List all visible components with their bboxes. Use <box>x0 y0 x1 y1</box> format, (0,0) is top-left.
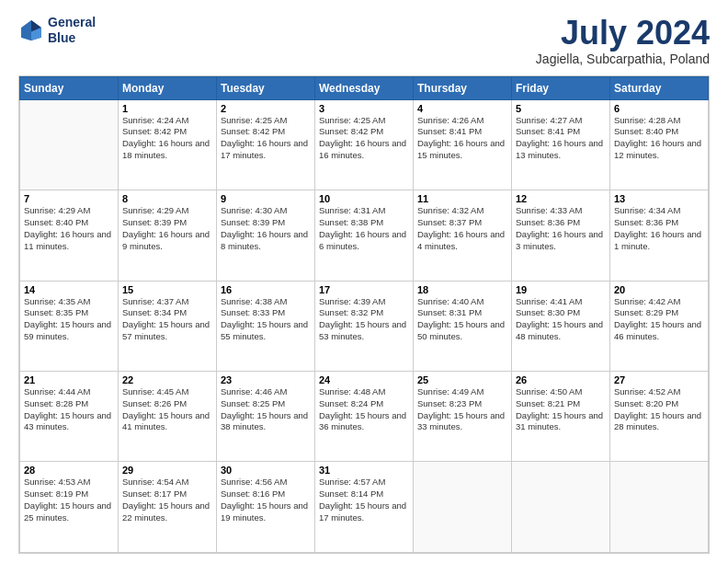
week-row-4: 21Sunrise: 4:44 AM Sunset: 8:28 PM Dayli… <box>20 372 709 462</box>
day-detail-8: Sunrise: 4:29 AM Sunset: 8:39 PM Dayligh… <box>122 205 212 252</box>
week-row-2: 7Sunrise: 4:29 AM Sunset: 8:40 PM Daylig… <box>20 190 709 281</box>
cell-w0-d6: 6Sunrise: 4:28 AM Sunset: 8:40 PM Daylig… <box>610 99 709 190</box>
day-detail-13: Sunrise: 4:34 AM Sunset: 8:36 PM Dayligh… <box>614 205 704 252</box>
day-number-4: 4 <box>417 103 507 114</box>
header: General Blue July 2024 Jagiella, Subcarp… <box>18 15 710 66</box>
day-number-7: 7 <box>24 193 114 204</box>
cell-w4-d2: 30Sunrise: 4:56 AM Sunset: 8:16 PM Dayli… <box>217 462 315 553</box>
cell-w1-d3: 10Sunrise: 4:31 AM Sunset: 8:38 PM Dayli… <box>315 190 414 281</box>
calendar: SundayMondayTuesdayWednesdayThursdayFrid… <box>18 75 710 554</box>
day-number-28: 28 <box>24 465 114 476</box>
page: General Blue July 2024 Jagiella, Subcarp… <box>0 0 728 563</box>
main-title: July 2024 <box>536 15 710 52</box>
day-number-9: 9 <box>221 193 311 204</box>
day-detail-9: Sunrise: 4:30 AM Sunset: 8:39 PM Dayligh… <box>221 205 311 252</box>
day-number-27: 27 <box>614 374 704 385</box>
day-detail-29: Sunrise: 4:54 AM Sunset: 8:17 PM Dayligh… <box>122 477 212 523</box>
day-number-1: 1 <box>122 103 212 114</box>
day-detail-27: Sunrise: 4:52 AM Sunset: 8:20 PM Dayligh… <box>614 386 704 433</box>
cell-w1-d5: 12Sunrise: 4:33 AM Sunset: 8:36 PM Dayli… <box>512 190 610 281</box>
day-number-23: 23 <box>221 374 311 385</box>
day-number-10: 10 <box>319 193 409 204</box>
cell-w2-d4: 18Sunrise: 4:40 AM Sunset: 8:31 PM Dayli… <box>414 281 512 371</box>
week-row-5: 28Sunrise: 4:53 AM Sunset: 8:19 PM Dayli… <box>20 462 709 553</box>
day-number-2: 2 <box>221 103 311 114</box>
day-number-22: 22 <box>122 374 212 385</box>
calendar-table: SundayMondayTuesdayWednesdayThursdayFrid… <box>19 76 709 553</box>
cell-w2-d2: 16Sunrise: 4:38 AM Sunset: 8:33 PM Dayli… <box>217 281 315 371</box>
cell-w3-d3: 24Sunrise: 4:48 AM Sunset: 8:24 PM Dayli… <box>315 372 414 462</box>
day-detail-21: Sunrise: 4:44 AM Sunset: 8:28 PM Dayligh… <box>24 386 114 433</box>
cell-w0-d4: 4Sunrise: 4:26 AM Sunset: 8:41 PM Daylig… <box>414 99 512 190</box>
cell-w2-d6: 20Sunrise: 4:42 AM Sunset: 8:29 PM Dayli… <box>610 281 709 371</box>
cell-w2-d5: 19Sunrise: 4:41 AM Sunset: 8:30 PM Dayli… <box>512 281 610 371</box>
day-detail-23: Sunrise: 4:46 AM Sunset: 8:25 PM Dayligh… <box>221 386 311 433</box>
day-number-11: 11 <box>417 193 507 204</box>
day-number-31: 31 <box>319 465 409 476</box>
day-number-16: 16 <box>221 284 311 295</box>
header-friday: Friday <box>512 76 610 99</box>
cell-w0-d0 <box>20 99 119 190</box>
day-number-19: 19 <box>516 284 606 295</box>
cell-w4-d6 <box>610 462 709 553</box>
day-number-24: 24 <box>319 374 409 385</box>
day-detail-3: Sunrise: 4:25 AM Sunset: 8:42 PM Dayligh… <box>319 115 409 162</box>
cell-w1-d1: 8Sunrise: 4:29 AM Sunset: 8:39 PM Daylig… <box>119 190 217 281</box>
day-detail-26: Sunrise: 4:50 AM Sunset: 8:21 PM Dayligh… <box>516 386 606 433</box>
week-row-3: 14Sunrise: 4:35 AM Sunset: 8:35 PM Dayli… <box>20 281 709 371</box>
cell-w2-d1: 15Sunrise: 4:37 AM Sunset: 8:34 PM Dayli… <box>119 281 217 371</box>
day-number-14: 14 <box>24 284 114 295</box>
calendar-header: SundayMondayTuesdayWednesdayThursdayFrid… <box>20 76 709 99</box>
cell-w4-d0: 28Sunrise: 4:53 AM Sunset: 8:19 PM Dayli… <box>20 462 119 553</box>
cell-w4-d5 <box>512 462 610 553</box>
day-number-15: 15 <box>122 284 212 295</box>
cell-w0-d5: 5Sunrise: 4:27 AM Sunset: 8:41 PM Daylig… <box>512 99 610 190</box>
day-number-20: 20 <box>614 284 704 295</box>
day-detail-15: Sunrise: 4:37 AM Sunset: 8:34 PM Dayligh… <box>122 296 212 343</box>
day-number-13: 13 <box>614 193 704 204</box>
day-detail-19: Sunrise: 4:41 AM Sunset: 8:30 PM Dayligh… <box>516 296 606 343</box>
cell-w3-d0: 21Sunrise: 4:44 AM Sunset: 8:28 PM Dayli… <box>20 372 119 462</box>
cell-w0-d3: 3Sunrise: 4:25 AM Sunset: 8:42 PM Daylig… <box>315 99 414 190</box>
day-detail-2: Sunrise: 4:25 AM Sunset: 8:42 PM Dayligh… <box>221 115 311 162</box>
header-row: SundayMondayTuesdayWednesdayThursdayFrid… <box>20 76 709 99</box>
day-number-6: 6 <box>614 103 704 114</box>
day-number-3: 3 <box>319 103 409 114</box>
day-detail-5: Sunrise: 4:27 AM Sunset: 8:41 PM Dayligh… <box>516 115 606 162</box>
cell-w4-d1: 29Sunrise: 4:54 AM Sunset: 8:17 PM Dayli… <box>119 462 217 553</box>
day-number-29: 29 <box>122 465 212 476</box>
logo: General Blue <box>18 15 96 46</box>
logo-icon <box>18 17 44 43</box>
day-detail-4: Sunrise: 4:26 AM Sunset: 8:41 PM Dayligh… <box>417 115 507 162</box>
cell-w3-d5: 26Sunrise: 4:50 AM Sunset: 8:21 PM Dayli… <box>512 372 610 462</box>
day-number-26: 26 <box>516 374 606 385</box>
day-detail-28: Sunrise: 4:53 AM Sunset: 8:19 PM Dayligh… <box>24 477 114 523</box>
day-number-18: 18 <box>417 284 507 295</box>
cell-w4-d4 <box>414 462 512 553</box>
calendar-body: 1Sunrise: 4:24 AM Sunset: 8:42 PM Daylig… <box>20 99 709 552</box>
header-sunday: Sunday <box>20 76 119 99</box>
cell-w0-d1: 1Sunrise: 4:24 AM Sunset: 8:42 PM Daylig… <box>119 99 217 190</box>
day-detail-24: Sunrise: 4:48 AM Sunset: 8:24 PM Dayligh… <box>319 386 409 433</box>
cell-w1-d4: 11Sunrise: 4:32 AM Sunset: 8:37 PM Dayli… <box>414 190 512 281</box>
cell-w2-d0: 14Sunrise: 4:35 AM Sunset: 8:35 PM Dayli… <box>20 281 119 371</box>
day-detail-1: Sunrise: 4:24 AM Sunset: 8:42 PM Dayligh… <box>122 115 212 162</box>
day-detail-17: Sunrise: 4:39 AM Sunset: 8:32 PM Dayligh… <box>319 296 409 343</box>
day-detail-30: Sunrise: 4:56 AM Sunset: 8:16 PM Dayligh… <box>221 477 311 523</box>
cell-w3-d4: 25Sunrise: 4:49 AM Sunset: 8:23 PM Dayli… <box>414 372 512 462</box>
day-detail-7: Sunrise: 4:29 AM Sunset: 8:40 PM Dayligh… <box>24 205 114 252</box>
day-number-5: 5 <box>516 103 606 114</box>
cell-w1-d6: 13Sunrise: 4:34 AM Sunset: 8:36 PM Dayli… <box>610 190 709 281</box>
cell-w3-d1: 22Sunrise: 4:45 AM Sunset: 8:26 PM Dayli… <box>119 372 217 462</box>
cell-w3-d6: 27Sunrise: 4:52 AM Sunset: 8:20 PM Dayli… <box>610 372 709 462</box>
day-detail-11: Sunrise: 4:32 AM Sunset: 8:37 PM Dayligh… <box>417 205 507 252</box>
header-thursday: Thursday <box>414 76 512 99</box>
cell-w1-d2: 9Sunrise: 4:30 AM Sunset: 8:39 PM Daylig… <box>217 190 315 281</box>
cell-w1-d0: 7Sunrise: 4:29 AM Sunset: 8:40 PM Daylig… <box>20 190 119 281</box>
day-number-17: 17 <box>319 284 409 295</box>
day-number-30: 30 <box>221 465 311 476</box>
day-detail-31: Sunrise: 4:57 AM Sunset: 8:14 PM Dayligh… <box>319 477 409 523</box>
day-number-8: 8 <box>122 193 212 204</box>
day-number-12: 12 <box>516 193 606 204</box>
header-saturday: Saturday <box>610 76 709 99</box>
